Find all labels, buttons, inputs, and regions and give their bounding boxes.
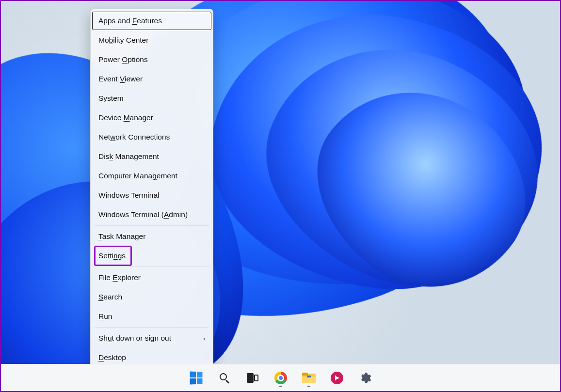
menu-item-device-manager[interactable]: Device Manager <box>92 108 212 127</box>
menu-item-label: Network Connections <box>98 133 170 141</box>
menu-item-label: System <box>98 94 124 103</box>
search-icon <box>219 373 230 383</box>
wallpaper <box>1 1 560 391</box>
menu-item-label: Windows Terminal (Admin) <box>98 210 188 219</box>
menu-item-apps-and-features[interactable]: Apps and Features <box>92 11 212 31</box>
menu-separator <box>95 225 209 226</box>
menu-separator <box>95 327 209 328</box>
menu-item-event-viewer[interactable]: Event Viewer <box>92 69 212 89</box>
menu-item-label: Run <box>98 312 112 321</box>
menu-item-label: Windows Terminal <box>98 191 160 200</box>
running-indicator <box>279 386 282 387</box>
menu-item-disk-management[interactable]: Disk Management <box>92 147 212 166</box>
windows-logo-icon <box>190 371 202 384</box>
taskbar-app-settings[interactable] <box>354 367 376 389</box>
running-indicator <box>307 386 310 387</box>
taskbar-app-pink[interactable] <box>326 367 348 389</box>
menu-item-shut-down-or-sign-out[interactable]: Shut down or sign out› <box>92 329 212 348</box>
chevron-right-icon: › <box>203 335 205 342</box>
desktop[interactable]: Apps and FeaturesMobility CenterPower Op… <box>0 0 561 392</box>
taskbar-search[interactable] <box>214 367 235 389</box>
menu-item-computer-management[interactable]: Computer Management <box>92 166 212 186</box>
winx-context-menu[interactable]: Apps and FeaturesMobility CenterPower Op… <box>90 9 213 370</box>
menu-item-label: Power Options <box>98 55 148 64</box>
app-icon <box>331 372 343 384</box>
menu-item-label: Apps and Features <box>98 16 162 25</box>
menu-item-network-connections[interactable]: Network Connections <box>92 127 212 147</box>
menu-item-label: Device Manager <box>98 113 153 122</box>
file-explorer-icon <box>302 373 316 383</box>
settings-gear-icon <box>359 372 371 384</box>
menu-item-label: Task Manager <box>98 232 145 241</box>
menu-item-search[interactable]: Search <box>92 287 212 307</box>
taskbar <box>1 364 560 391</box>
menu-item-file-explorer[interactable]: File Explorer <box>92 268 212 287</box>
start-button[interactable] <box>186 367 207 389</box>
menu-item-label: Disk Management <box>98 152 159 161</box>
menu-item-power-options[interactable]: Power Options <box>92 50 212 69</box>
task-view-icon <box>247 373 258 383</box>
menu-item-settings[interactable]: Settings <box>92 246 212 266</box>
menu-item-label: Desktop <box>98 353 126 362</box>
menu-item-system[interactable]: System <box>92 89 212 108</box>
task-view-button[interactable] <box>242 367 263 389</box>
menu-item-windows-terminal-admin[interactable]: Windows Terminal (Admin) <box>92 205 212 224</box>
menu-item-label: Computer Management <box>98 172 177 180</box>
menu-item-label: Shut down or sign out <box>98 334 171 343</box>
menu-item-windows-terminal[interactable]: Windows Terminal <box>92 186 212 205</box>
taskbar-app-chrome[interactable] <box>270 367 291 389</box>
menu-item-label: File Explorer <box>98 273 141 282</box>
menu-separator <box>95 267 209 267</box>
menu-item-label: Mobility Center <box>98 36 148 45</box>
menu-item-task-manager[interactable]: Task Manager <box>92 227 212 246</box>
taskbar-app-explorer[interactable] <box>298 367 320 389</box>
menu-item-label: Search <box>98 293 122 301</box>
menu-item-run[interactable]: Run <box>92 307 212 326</box>
chrome-icon <box>274 372 287 384</box>
menu-item-label: Event Viewer <box>98 75 143 83</box>
menu-item-mobility-center[interactable]: Mobility Center <box>92 31 212 50</box>
menu-item-label: Settings <box>98 251 126 260</box>
